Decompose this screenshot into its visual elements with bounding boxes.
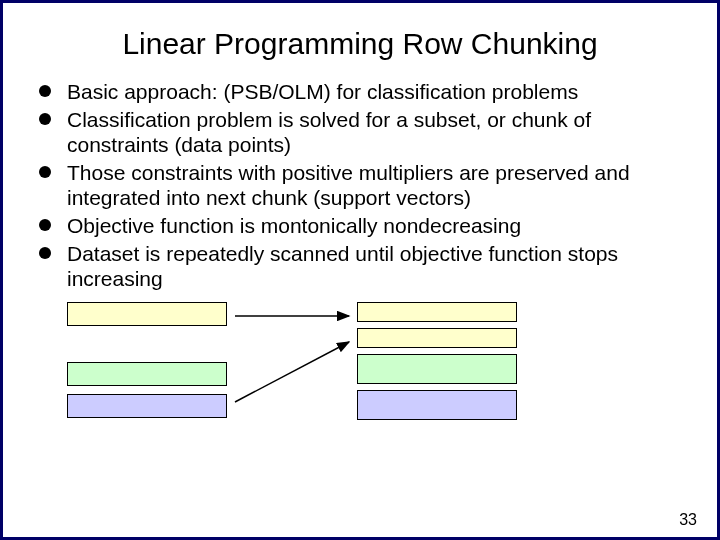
list-item: Dataset is repeatedly scanned until obje…: [33, 241, 687, 292]
list-item: Those constraints with positive multipli…: [33, 160, 687, 211]
slide-title: Linear Programming Row Chunking: [33, 27, 687, 61]
bullet-text: Dataset is repeatedly scanned until obje…: [67, 242, 618, 291]
bullet-text: Classification problem is solved for a s…: [67, 108, 591, 157]
chunk1-green: [67, 362, 227, 386]
bullet-text: Objective function is montonically nonde…: [67, 214, 521, 237]
list-item: Classification problem is solved for a s…: [33, 107, 687, 158]
bullet-icon: [39, 247, 51, 259]
arrow-icon: [235, 342, 349, 402]
slide: Linear Programming Row Chunking Basic ap…: [0, 0, 720, 540]
chunk2-blue: [357, 390, 517, 420]
chunk1-yellow: [67, 302, 227, 326]
chunking-diagram: [67, 302, 687, 452]
page-number: 33: [679, 511, 697, 529]
list-item: Basic approach: (PSB/OLM) for classifica…: [33, 79, 687, 105]
chunk2-green: [357, 354, 517, 384]
bullet-icon: [39, 166, 51, 178]
chunk1-blue: [67, 394, 227, 418]
list-item: Objective function is montonically nonde…: [33, 213, 687, 239]
bullet-icon: [39, 219, 51, 231]
bullet-icon: [39, 113, 51, 125]
bullet-list: Basic approach: (PSB/OLM) for classifica…: [33, 79, 687, 292]
bullet-text: Basic approach: (PSB/OLM) for classifica…: [67, 80, 578, 103]
bullet-text: Those constraints with positive multipli…: [67, 161, 630, 210]
chunk2-yellow2: [357, 328, 517, 348]
bullet-icon: [39, 85, 51, 97]
chunk2-yellow1: [357, 302, 517, 322]
